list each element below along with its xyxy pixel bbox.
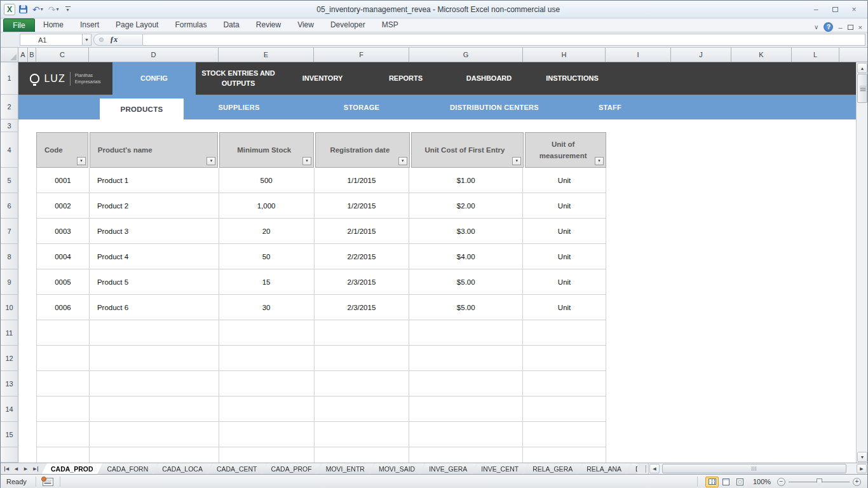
cell-unit-cost[interactable]: $5.00 bbox=[409, 269, 523, 294]
cell-code[interactable]: 0006 bbox=[37, 295, 90, 320]
cell-product-name[interactable]: Product 2 bbox=[90, 193, 219, 218]
table-empty-cell[interactable] bbox=[409, 422, 523, 447]
header-cell-registration-date[interactable]: Registration date ▼ bbox=[315, 132, 410, 168]
cell-minimum-stock[interactable]: 1,000 bbox=[219, 193, 315, 218]
customize-qat-icon[interactable]: ▾ bbox=[65, 6, 71, 13]
table-empty-cell[interactable] bbox=[409, 447, 523, 463]
cell-code[interactable]: 0002 bbox=[37, 193, 90, 218]
row-header-10[interactable]: 10 bbox=[1, 295, 18, 320]
cell-minimum-stock[interactable]: 30 bbox=[219, 295, 315, 320]
table-empty-cell[interactable] bbox=[219, 320, 315, 345]
cell-unit[interactable]: Unit bbox=[523, 295, 606, 320]
ribbon-tab[interactable]: Home bbox=[35, 20, 72, 29]
cell-unit[interactable]: Unit bbox=[523, 219, 606, 243]
cell-code[interactable]: 0005 bbox=[37, 269, 90, 294]
filter-dropdown-icon[interactable]: ▼ bbox=[595, 157, 604, 165]
table-empty-cell[interactable] bbox=[523, 346, 606, 370]
row-header-4[interactable]: 4 bbox=[1, 132, 18, 168]
minimize-window-button[interactable]: – bbox=[806, 4, 825, 15]
table-empty-cell[interactable] bbox=[409, 346, 523, 370]
sheet-tab[interactable]: RELA_ANA bbox=[577, 463, 631, 474]
column-header-a[interactable]: A bbox=[18, 48, 28, 62]
table-empty-cell[interactable] bbox=[90, 396, 219, 421]
cell-unit-cost[interactable]: $5.00 bbox=[409, 295, 523, 320]
table-empty-cell[interactable] bbox=[37, 320, 90, 345]
cell-unit[interactable]: Unit bbox=[523, 269, 606, 294]
sheet-tab[interactable]: INVE_CENT bbox=[471, 463, 528, 474]
table-empty-cell[interactable] bbox=[37, 371, 90, 396]
record-macro-icon[interactable] bbox=[43, 478, 53, 486]
nav-item-reports[interactable]: REPORTS bbox=[364, 62, 447, 95]
column-header-k[interactable]: K bbox=[731, 48, 792, 62]
cell-product-name[interactable]: Product 1 bbox=[90, 168, 219, 193]
insert-function-icon[interactable]: ƒx bbox=[110, 35, 118, 44]
filter-dropdown-icon[interactable]: ▼ bbox=[512, 157, 521, 165]
sub-nav-item-products[interactable]: PRODUCTS bbox=[100, 98, 184, 119]
table-empty-cell[interactable] bbox=[315, 346, 410, 370]
expand-ribbon-icon[interactable]: ∨ bbox=[814, 24, 818, 30]
table-empty-cell[interactable] bbox=[409, 320, 523, 345]
table-empty-cell[interactable] bbox=[315, 371, 410, 396]
tab-split-handle[interactable] bbox=[644, 463, 648, 474]
sheet-tab[interactable]: MOVI_SAID bbox=[369, 463, 424, 474]
name-box[interactable]: A1 bbox=[20, 34, 82, 46]
page-break-view-button[interactable] bbox=[733, 477, 747, 487]
sheet-tab[interactable]: CADA_PROF bbox=[262, 463, 322, 474]
last-sheet-icon[interactable]: ▶ bbox=[31, 464, 39, 473]
table-empty-cell[interactable] bbox=[37, 422, 90, 447]
cell-product-name[interactable]: Product 5 bbox=[90, 269, 219, 294]
vertical-scrollbar[interactable]: ▲ ▼ bbox=[856, 62, 867, 463]
row-header-2[interactable]: 2 bbox=[1, 95, 18, 119]
ribbon-tab[interactable]: Review bbox=[248, 20, 289, 29]
ribbon-tab[interactable]: View bbox=[289, 20, 322, 29]
table-empty-cell[interactable] bbox=[37, 447, 90, 463]
normal-view-button[interactable] bbox=[705, 477, 719, 487]
previous-sheet-icon[interactable]: ◀ bbox=[12, 464, 20, 473]
zoom-level[interactable]: 100% bbox=[750, 478, 773, 485]
filter-dropdown-icon[interactable]: ▼ bbox=[77, 157, 86, 165]
zoom-out-icon[interactable]: − bbox=[777, 478, 785, 486]
sub-nav-item-staff[interactable]: STAFF bbox=[560, 95, 660, 119]
ribbon-tab[interactable]: Page Layout bbox=[107, 20, 166, 29]
cell-product-name[interactable]: Product 4 bbox=[90, 244, 219, 269]
cell-unit[interactable]: Unit bbox=[523, 168, 606, 193]
column-header-d[interactable]: D bbox=[89, 48, 219, 62]
close-workbook-button[interactable]: × bbox=[858, 24, 862, 31]
table-empty-cell[interactable] bbox=[523, 396, 606, 421]
table-empty-cell[interactable] bbox=[90, 371, 219, 396]
horizontal-scrollbar[interactable]: ◀ ▶ bbox=[648, 463, 867, 474]
cell-minimum-stock[interactable]: 20 bbox=[219, 219, 315, 243]
table-empty-cell[interactable] bbox=[219, 447, 315, 463]
row-header-8[interactable]: 8 bbox=[1, 244, 18, 269]
table-empty-cell[interactable] bbox=[409, 396, 523, 421]
header-cell-minimum-stock[interactable]: Minimum Stock ▼ bbox=[219, 132, 314, 168]
table-empty-cell[interactable] bbox=[219, 346, 315, 370]
cell-registration-date[interactable]: 2/3/2015 bbox=[315, 269, 410, 294]
column-header-i[interactable]: I bbox=[606, 48, 671, 62]
cell-unit-cost[interactable]: $1.00 bbox=[409, 168, 523, 193]
table-empty-cell[interactable] bbox=[523, 422, 606, 447]
column-header-l[interactable]: L bbox=[792, 48, 839, 62]
cell-minimum-stock[interactable]: 50 bbox=[219, 244, 315, 269]
table-empty-cell[interactable] bbox=[315, 320, 410, 345]
restore-workbook-button[interactable] bbox=[848, 25, 853, 30]
sub-nav-item-storage[interactable]: STORAGE bbox=[294, 95, 429, 119]
table-empty-cell[interactable] bbox=[90, 346, 219, 370]
horizontal-scrollbar-track[interactable] bbox=[660, 464, 856, 473]
cell-unit[interactable]: Unit bbox=[523, 244, 606, 269]
sheet-tab[interactable]: CADA_CENT bbox=[207, 463, 267, 474]
filter-dropdown-icon[interactable]: ▼ bbox=[207, 157, 215, 165]
row-header-13[interactable]: 13 bbox=[1, 371, 18, 396]
ribbon-tab[interactable]: Data bbox=[215, 20, 247, 29]
header-cell-unit-of-measurement[interactable]: Unit of measurement ▼ bbox=[525, 132, 606, 168]
table-empty-cell[interactable] bbox=[409, 371, 523, 396]
column-header-c[interactable]: C bbox=[36, 48, 89, 62]
nav-item-inventory[interactable]: INVENTORY bbox=[281, 62, 364, 95]
redo-dropdown-icon[interactable]: ▾ bbox=[56, 6, 58, 12]
zoom-slider-track[interactable] bbox=[789, 478, 850, 486]
ribbon-tab-file[interactable]: File bbox=[3, 18, 35, 32]
next-sheet-icon[interactable]: ▶ bbox=[22, 464, 30, 473]
nav-item-instructions[interactable]: INSTRUCTIONS bbox=[531, 62, 614, 95]
table-empty-cell[interactable] bbox=[37, 346, 90, 370]
table-empty-cell[interactable] bbox=[523, 320, 606, 345]
